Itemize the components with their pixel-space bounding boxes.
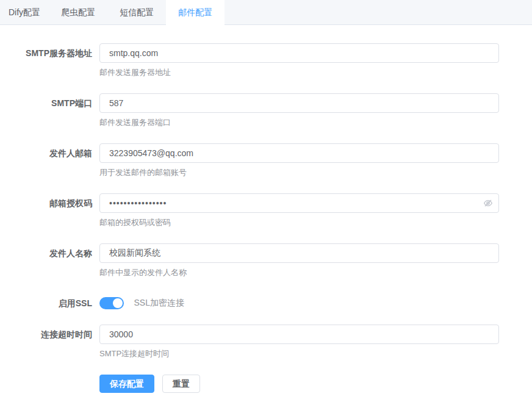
form-row-ssl: 启用SSL SSL加密连接 bbox=[0, 293, 499, 313]
smtp-port-hint: 邮件发送服务器端口 bbox=[99, 117, 499, 128]
form-row-smtp-port: SMTP端口 邮件发送服务器端口 bbox=[0, 93, 499, 128]
form-row-timeout: 连接超时时间 SMTP连接超时时间 bbox=[0, 325, 499, 359]
smtp-host-hint: 邮件发送服务器地址 bbox=[99, 67, 499, 78]
form-actions: 保存配置 重置 bbox=[99, 375, 499, 393]
sender-name-hint: 邮件中显示的发件人名称 bbox=[99, 267, 499, 278]
sender-name-input[interactable] bbox=[99, 243, 499, 263]
ssl-label: 启用SSL bbox=[0, 293, 99, 313]
tab-crawler-config[interactable]: 爬虫配置 bbox=[49, 0, 107, 24]
sender-email-input[interactable] bbox=[99, 143, 499, 163]
form-row-sender-email: 发件人邮箱 用于发送邮件的邮箱账号 bbox=[0, 143, 499, 178]
sender-email-label: 发件人邮箱 bbox=[0, 143, 99, 178]
switch-knob bbox=[113, 298, 123, 308]
tab-email-config[interactable]: 邮件配置 bbox=[166, 0, 225, 25]
form-row-sender-name: 发件人名称 邮件中显示的发件人名称 bbox=[0, 243, 499, 278]
eye-off-icon[interactable] bbox=[483, 198, 494, 209]
auth-code-hint: 邮箱的授权码或密码 bbox=[99, 217, 499, 228]
smtp-port-label: SMTP端口 bbox=[0, 93, 99, 128]
smtp-host-label: SMTP服务器地址 bbox=[0, 43, 99, 78]
form-row-auth-code: 邮箱授权码 邮箱的授权码或密码 bbox=[0, 193, 499, 228]
timeout-input[interactable] bbox=[99, 325, 499, 344]
tab-sms-config[interactable]: 短信配置 bbox=[107, 0, 166, 24]
ssl-switch-text: SSL加密连接 bbox=[134, 298, 184, 307]
smtp-port-input[interactable] bbox=[99, 93, 499, 113]
tab-bar: Dify配置 爬虫配置 短信配置 邮件配置 bbox=[0, 0, 532, 25]
form-row-smtp-host: SMTP服务器地址 邮件发送服务器地址 bbox=[0, 43, 499, 78]
tab-dify-config[interactable]: Dify配置 bbox=[0, 0, 49, 24]
ssl-toggle-switch[interactable] bbox=[99, 297, 124, 309]
auth-code-input[interactable] bbox=[99, 193, 499, 213]
timeout-label: 连接超时时间 bbox=[0, 325, 99, 359]
sender-name-label: 发件人名称 bbox=[0, 243, 99, 278]
timeout-hint: SMTP连接超时时间 bbox=[99, 348, 499, 359]
email-config-form: SMTP服务器地址 邮件发送服务器地址 SMTP端口 邮件发送服务器端口 发件人… bbox=[0, 25, 532, 393]
smtp-host-input[interactable] bbox=[99, 43, 499, 63]
save-config-button[interactable]: 保存配置 bbox=[99, 375, 154, 393]
reset-button[interactable]: 重置 bbox=[162, 375, 200, 393]
auth-code-label: 邮箱授权码 bbox=[0, 193, 99, 228]
sender-email-hint: 用于发送邮件的邮箱账号 bbox=[99, 167, 499, 178]
